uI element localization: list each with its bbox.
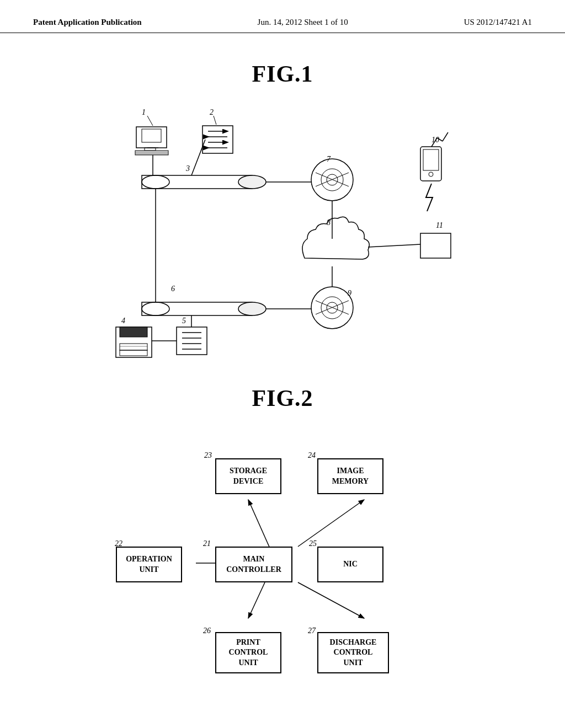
svg-rect-37 [420, 233, 451, 258]
nic-block: NIC [317, 547, 383, 582]
svg-text:1: 1 [142, 108, 146, 116]
fig2-diagram: 23 STORAGEDEVICE 24 IMAGEMEMORY 22 OPERA… [33, 422, 532, 687]
ref27-label: 27 [308, 625, 316, 635]
header-patent-number: US 2012/147421 A1 [464, 18, 532, 27]
fig1-title: FIG.1 [33, 61, 532, 87]
ref26-label: 26 [203, 625, 211, 635]
header-publication-type: Patent Application Publication [33, 18, 142, 27]
image-memory-label: IMAGEMEMORY [332, 466, 369, 486]
main-controller-label: MAINCONTROLLER [226, 554, 281, 574]
page-header: Patent Application Publication Jun. 14, … [0, 0, 565, 33]
svg-rect-59 [177, 327, 207, 355]
svg-line-1 [147, 116, 153, 126]
svg-text:5: 5 [182, 317, 186, 325]
svg-point-49 [238, 302, 266, 315]
svg-line-38 [368, 244, 420, 247]
print-control-unit-block: PRINTCONTROLUNIT [215, 632, 281, 673]
main-controller-block: MAINCONTROLLER [215, 547, 292, 582]
svg-text:2: 2 [210, 108, 214, 116]
discharge-control-unit-block: DISCHARGECONTROLUNIT [317, 632, 389, 673]
svg-line-66 [191, 140, 205, 175]
svg-line-72 [248, 582, 265, 618]
svg-rect-3 [142, 129, 161, 142]
storage-device-block: STORAGEDEVICE [215, 458, 281, 494]
svg-text:6: 6 [171, 285, 175, 293]
svg-rect-18 [142, 175, 252, 189]
fig1-diagram: 1 2 3 [33, 98, 532, 368]
svg-rect-30 [420, 147, 441, 181]
svg-line-35 [443, 132, 448, 141]
nic-label: NIC [343, 559, 358, 569]
operation-unit-label: OPERATIONUNIT [126, 554, 172, 574]
svg-rect-11 [202, 126, 233, 153]
svg-point-47 [142, 302, 169, 315]
svg-text:11: 11 [436, 221, 443, 229]
ref24-label: 24 [308, 450, 316, 460]
svg-line-73 [298, 582, 364, 618]
fig1-svg: 1 2 3 [33, 98, 532, 368]
discharge-control-unit-label: DISCHARGECONTROLUNIT [330, 638, 377, 668]
ref25-label: 25 [309, 538, 317, 548]
header-date-sheet: Jun. 14, 2012 Sheet 1 of 10 [258, 18, 348, 27]
storage-device-label: STORAGEDEVICE [230, 466, 267, 486]
ref21-label: 21 [203, 538, 211, 548]
operation-unit-block: OPERATIONUNIT [116, 547, 182, 582]
main-content: FIG.1 1 2 3 [0, 33, 565, 698]
svg-rect-55 [120, 344, 147, 350]
svg-point-19 [238, 175, 266, 189]
svg-point-17 [142, 175, 169, 189]
svg-point-32 [429, 172, 433, 176]
svg-line-68 [248, 500, 270, 549]
ref23-label: 23 [204, 450, 212, 460]
svg-rect-56 [120, 350, 147, 356]
print-control-unit-label: PRINTCONTROLUNIT [229, 638, 268, 668]
svg-rect-2 [136, 127, 167, 148]
svg-rect-54 [120, 327, 147, 337]
svg-rect-48 [142, 302, 252, 315]
image-memory-block: IMAGEMEMORY [317, 458, 383, 494]
svg-text:3: 3 [185, 164, 190, 173]
svg-rect-6 [135, 151, 168, 155]
svg-text:4: 4 [121, 317, 125, 325]
svg-line-10 [214, 116, 216, 125]
svg-rect-31 [423, 149, 439, 170]
svg-line-69 [298, 500, 364, 547]
fig2-title: FIG.2 [33, 385, 532, 411]
